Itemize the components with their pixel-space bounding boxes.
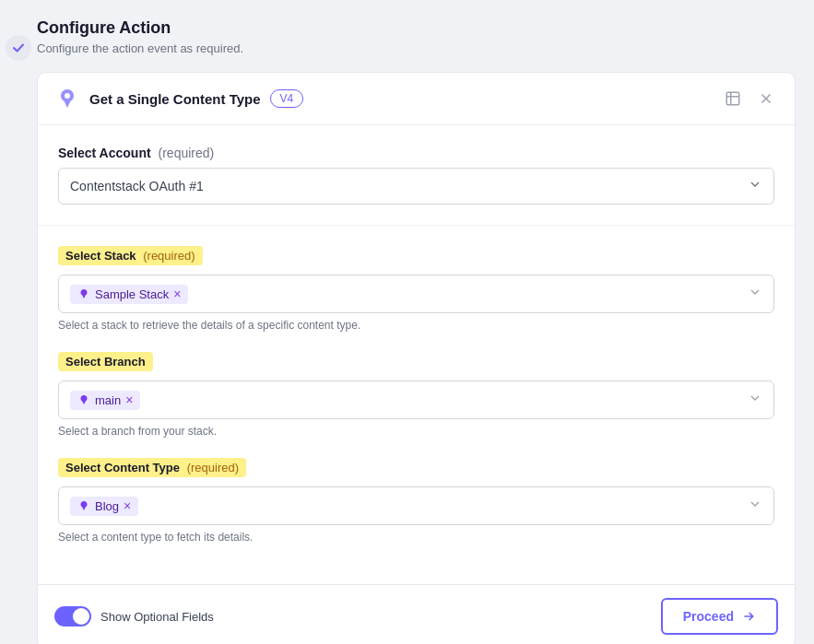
branch-chevron-icon [748, 391, 762, 409]
expand-button[interactable] [721, 87, 745, 111]
stack-tag-icon [77, 287, 90, 300]
card-title: Get a Single Content Type [89, 91, 261, 107]
account-chevron-icon [748, 177, 762, 195]
stack-hint: Select a stack to retrieve the details o… [58, 319, 774, 332]
svg-rect-1 [726, 92, 739, 105]
content-type-tag-remove[interactable]: × [124, 499, 131, 512]
branch-label-wrapper: Select Branch [58, 352, 774, 381]
account-required: (required) [159, 146, 215, 160]
content-type-chevron-icon [748, 497, 762, 515]
branch-tags: main × [70, 391, 140, 410]
card-actions [721, 87, 778, 111]
proceed-button[interactable]: Proceed [661, 598, 778, 635]
svg-point-0 [65, 93, 70, 99]
optional-fields-toggle[interactable] [54, 606, 91, 626]
stack-select[interactable]: Sample Stack × [58, 275, 774, 313]
account-section: Select Account (required) Contentstack O… [58, 146, 774, 205]
account-label: Select Account (required) [58, 146, 774, 160]
account-select[interactable]: Contentstack OAuth #1 [58, 168, 774, 205]
left-bar [0, 18, 37, 644]
content-type-required: (required) [187, 461, 239, 474]
version-badge: V4 [270, 89, 304, 108]
proceed-label: Proceed [683, 609, 734, 624]
content-type-label-wrapper: Select Content Type (required) [58, 458, 774, 486]
branch-tag-icon [77, 393, 90, 406]
contentstack-icon [54, 86, 80, 111]
stack-label-wrapper: Select Stack (required) [58, 246, 774, 275]
branch-hint: Select a branch from your stack. [58, 425, 774, 438]
content-type-tag-label: Blog [95, 499, 119, 513]
content-type-select[interactable]: Blog × [58, 486, 774, 525]
branch-label: Select Branch [58, 352, 153, 371]
branch-section: Select Branch main × [58, 352, 774, 438]
card-header: Get a Single Content Type V4 [38, 73, 795, 125]
content-type-tag: Blog × [70, 497, 138, 516]
stack-required: (required) [143, 249, 195, 263]
divider [38, 225, 795, 226]
content-type-section: Select Content Type (required) Blog [58, 458, 774, 544]
toggle-knob [73, 608, 89, 625]
branch-tag-label: main [95, 393, 121, 407]
card-body: Select Account (required) Contentstack O… [38, 125, 795, 584]
proceed-arrow-icon [741, 609, 756, 624]
card-header-left: Get a Single Content Type V4 [54, 86, 303, 111]
stack-tag: Sample Stack × [70, 285, 188, 304]
stack-tag-label: Sample Stack [95, 287, 169, 301]
content-type-label: Select Content Type (required) [58, 458, 246, 477]
configure-action-card: Get a Single Content Type V4 [37, 72, 796, 644]
branch-select[interactable]: main × [58, 381, 774, 419]
main-content: Configure Action Configure the action ev… [37, 18, 814, 644]
toggle-row: Show Optional Fields [54, 606, 214, 626]
card-footer: Show Optional Fields Proceed [38, 584, 795, 644]
stack-label: Select Stack (required) [58, 246, 203, 265]
branch-tag-remove[interactable]: × [125, 393, 133, 406]
step-icon [6, 35, 31, 61]
stack-tags: Sample Stack × [70, 285, 188, 304]
toggle-label: Show Optional Fields [100, 610, 214, 624]
stack-chevron-icon [748, 285, 762, 303]
page-subtitle: Configure the action event as required. [37, 41, 796, 55]
account-value: Contentstack OAuth #1 [70, 179, 204, 193]
branch-tag: main × [70, 391, 140, 410]
content-type-hint: Select a content type to fetch its detai… [58, 531, 774, 544]
close-button[interactable] [754, 87, 778, 111]
page-title: Configure Action [37, 18, 796, 38]
content-type-tag-icon [77, 499, 90, 512]
stack-section: Select Stack (required) Sample Stack [58, 246, 774, 332]
content-type-tags: Blog × [70, 497, 138, 516]
stack-tag-remove[interactable]: × [173, 287, 181, 300]
